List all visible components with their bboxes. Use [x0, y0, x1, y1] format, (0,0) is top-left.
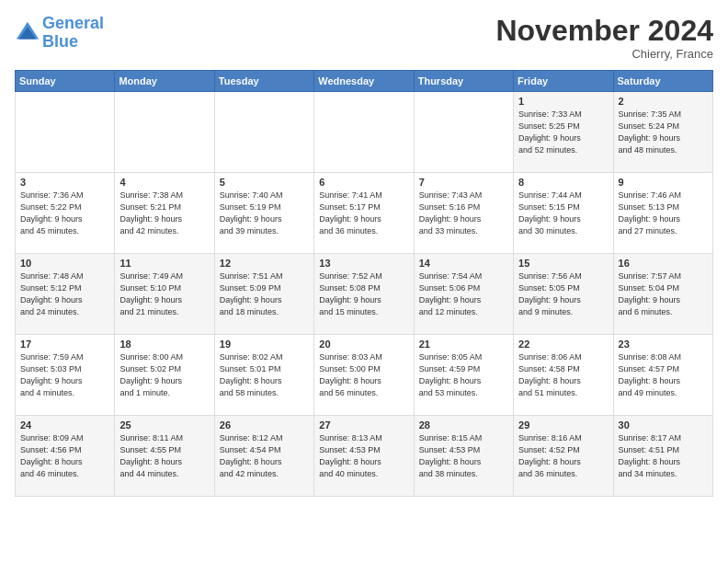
day-number: 25	[119, 419, 209, 431]
logo: General Blue	[15, 15, 104, 52]
calendar-cell: 28Sunrise: 8:15 AM Sunset: 4:53 PM Dayli…	[414, 416, 513, 497]
calendar-cell	[414, 92, 513, 173]
day-number: 16	[619, 258, 708, 269]
calendar-table: SundayMondayTuesdayWednesdayThursdayFrid…	[15, 70, 713, 497]
day-number: 21	[419, 339, 508, 350]
day-number: 9	[619, 177, 708, 188]
day-info: Sunrise: 7:59 AM Sunset: 5:03 PM Dayligh…	[20, 351, 109, 399]
day-number: 7	[419, 177, 508, 188]
day-number: 22	[518, 339, 608, 350]
calendar-cell: 8Sunrise: 7:44 AM Sunset: 5:15 PM Daylig…	[514, 173, 613, 254]
calendar-cell: 16Sunrise: 7:57 AM Sunset: 5:04 PM Dayli…	[613, 254, 712, 335]
day-info: Sunrise: 8:16 AM Sunset: 4:52 PM Dayligh…	[518, 432, 608, 480]
calendar-cell: 6Sunrise: 7:41 AM Sunset: 5:17 PM Daylig…	[314, 173, 414, 254]
day-info: Sunrise: 7:35 AM Sunset: 5:24 PM Dayligh…	[619, 109, 708, 156]
calendar-cell: 1Sunrise: 7:33 AM Sunset: 5:25 PM Daylig…	[514, 92, 613, 173]
day-number: 28	[419, 419, 508, 431]
day-info: Sunrise: 7:57 AM Sunset: 5:04 PM Dayligh…	[619, 270, 708, 318]
day-number: 4	[119, 177, 209, 188]
day-number: 18	[119, 339, 209, 350]
day-info: Sunrise: 7:56 AM Sunset: 5:05 PM Dayligh…	[518, 270, 608, 318]
day-number: 29	[518, 419, 608, 431]
day-number: 6	[319, 177, 408, 188]
day-number: 3	[20, 177, 109, 188]
header: General Blue November 2024 Chierry, Fran…	[15, 15, 713, 61]
day-number: 8	[518, 177, 608, 188]
day-number: 17	[20, 339, 109, 350]
weekday-header-friday: Friday	[514, 71, 613, 92]
calendar-cell: 29Sunrise: 8:16 AM Sunset: 4:52 PM Dayli…	[514, 416, 613, 497]
day-info: Sunrise: 7:41 AM Sunset: 5:17 PM Dayligh…	[319, 190, 408, 237]
day-info: Sunrise: 8:11 AM Sunset: 4:55 PM Dayligh…	[119, 432, 209, 480]
calendar-week-5: 24Sunrise: 8:09 AM Sunset: 4:56 PM Dayli…	[16, 416, 713, 497]
weekday-header-tuesday: Tuesday	[214, 71, 313, 92]
day-info: Sunrise: 8:09 AM Sunset: 4:56 PM Dayligh…	[20, 432, 109, 480]
day-info: Sunrise: 7:48 AM Sunset: 5:12 PM Dayligh…	[20, 270, 109, 318]
title-block: November 2024 Chierry, France	[495, 15, 713, 61]
day-info: Sunrise: 8:12 AM Sunset: 4:54 PM Dayligh…	[220, 432, 309, 480]
calendar-cell: 13Sunrise: 7:52 AM Sunset: 5:08 PM Dayli…	[314, 254, 414, 335]
day-info: Sunrise: 7:44 AM Sunset: 5:15 PM Dayligh…	[518, 190, 608, 237]
logo-line2: Blue	[42, 32, 78, 51]
month-title: November 2024	[495, 15, 713, 47]
calendar-cell: 7Sunrise: 7:43 AM Sunset: 5:16 PM Daylig…	[414, 173, 513, 254]
calendar-week-3: 10Sunrise: 7:48 AM Sunset: 5:12 PM Dayli…	[16, 254, 713, 335]
calendar-week-4: 17Sunrise: 7:59 AM Sunset: 5:03 PM Dayli…	[16, 335, 713, 416]
calendar-cell: 14Sunrise: 7:54 AM Sunset: 5:06 PM Dayli…	[414, 254, 513, 335]
day-number: 19	[220, 339, 309, 350]
calendar-cell: 26Sunrise: 8:12 AM Sunset: 4:54 PM Dayli…	[214, 416, 313, 497]
day-info: Sunrise: 7:33 AM Sunset: 5:25 PM Dayligh…	[518, 109, 608, 156]
day-info: Sunrise: 8:02 AM Sunset: 5:01 PM Dayligh…	[220, 351, 309, 399]
day-number: 2	[619, 96, 708, 107]
day-number: 30	[619, 419, 708, 431]
calendar-cell: 21Sunrise: 8:05 AM Sunset: 4:59 PM Dayli…	[414, 335, 513, 416]
page-container: General Blue November 2024 Chierry, Fran…	[0, 0, 728, 504]
calendar-cell: 11Sunrise: 7:49 AM Sunset: 5:10 PM Dayli…	[115, 254, 214, 335]
calendar-cell: 15Sunrise: 7:56 AM Sunset: 5:05 PM Dayli…	[514, 254, 613, 335]
day-info: Sunrise: 8:13 AM Sunset: 4:53 PM Dayligh…	[319, 432, 408, 480]
day-info: Sunrise: 7:40 AM Sunset: 5:19 PM Dayligh…	[220, 190, 309, 237]
calendar-cell: 27Sunrise: 8:13 AM Sunset: 4:53 PM Dayli…	[314, 416, 414, 497]
day-info: Sunrise: 8:15 AM Sunset: 4:53 PM Dayligh…	[419, 432, 508, 480]
day-info: Sunrise: 8:03 AM Sunset: 5:00 PM Dayligh…	[319, 351, 408, 399]
day-number: 27	[319, 419, 408, 431]
calendar-cell: 2Sunrise: 7:35 AM Sunset: 5:24 PM Daylig…	[613, 92, 712, 173]
day-number: 10	[20, 258, 109, 269]
day-number: 5	[220, 177, 309, 188]
calendar-cell: 5Sunrise: 7:40 AM Sunset: 5:19 PM Daylig…	[214, 173, 313, 254]
day-number: 20	[319, 339, 408, 350]
calendar-cell	[16, 92, 115, 173]
calendar-cell: 25Sunrise: 8:11 AM Sunset: 4:55 PM Dayli…	[115, 416, 214, 497]
weekday-header-saturday: Saturday	[613, 71, 712, 92]
day-number: 15	[518, 258, 608, 269]
calendar-cell	[314, 92, 414, 173]
location: Chierry, France	[495, 47, 713, 61]
day-number: 26	[220, 419, 309, 431]
day-info: Sunrise: 8:17 AM Sunset: 4:51 PM Dayligh…	[619, 432, 708, 480]
calendar-cell: 23Sunrise: 8:08 AM Sunset: 4:57 PM Dayli…	[613, 335, 712, 416]
calendar-cell: 22Sunrise: 8:06 AM Sunset: 4:58 PM Dayli…	[514, 335, 613, 416]
day-info: Sunrise: 7:46 AM Sunset: 5:13 PM Dayligh…	[619, 190, 708, 237]
calendar-cell: 18Sunrise: 8:00 AM Sunset: 5:02 PM Dayli…	[115, 335, 214, 416]
day-info: Sunrise: 8:05 AM Sunset: 4:59 PM Dayligh…	[419, 351, 508, 399]
day-number: 13	[319, 258, 408, 269]
day-info: Sunrise: 7:54 AM Sunset: 5:06 PM Dayligh…	[419, 270, 508, 318]
calendar-cell: 3Sunrise: 7:36 AM Sunset: 5:22 PM Daylig…	[16, 173, 115, 254]
weekday-header-row: SundayMondayTuesdayWednesdayThursdayFrid…	[16, 71, 713, 92]
calendar-cell: 24Sunrise: 8:09 AM Sunset: 4:56 PM Dayli…	[16, 416, 115, 497]
day-number: 14	[419, 258, 508, 269]
calendar-week-1: 1Sunrise: 7:33 AM Sunset: 5:25 PM Daylig…	[16, 92, 713, 173]
day-number: 24	[20, 419, 109, 431]
day-info: Sunrise: 7:51 AM Sunset: 5:09 PM Dayligh…	[220, 270, 309, 318]
day-info: Sunrise: 7:43 AM Sunset: 5:16 PM Dayligh…	[419, 190, 508, 237]
day-info: Sunrise: 7:49 AM Sunset: 5:10 PM Dayligh…	[119, 270, 209, 318]
calendar-cell: 12Sunrise: 7:51 AM Sunset: 5:09 PM Dayli…	[214, 254, 313, 335]
day-number: 12	[220, 258, 309, 269]
day-number: 11	[119, 258, 209, 269]
calendar-cell	[214, 92, 313, 173]
calendar-cell: 19Sunrise: 8:02 AM Sunset: 5:01 PM Dayli…	[214, 335, 313, 416]
day-info: Sunrise: 7:36 AM Sunset: 5:22 PM Dayligh…	[20, 190, 109, 237]
calendar-cell: 4Sunrise: 7:38 AM Sunset: 5:21 PM Daylig…	[115, 173, 214, 254]
calendar-cell: 17Sunrise: 7:59 AM Sunset: 5:03 PM Dayli…	[16, 335, 115, 416]
day-info: Sunrise: 8:08 AM Sunset: 4:57 PM Dayligh…	[619, 351, 708, 399]
